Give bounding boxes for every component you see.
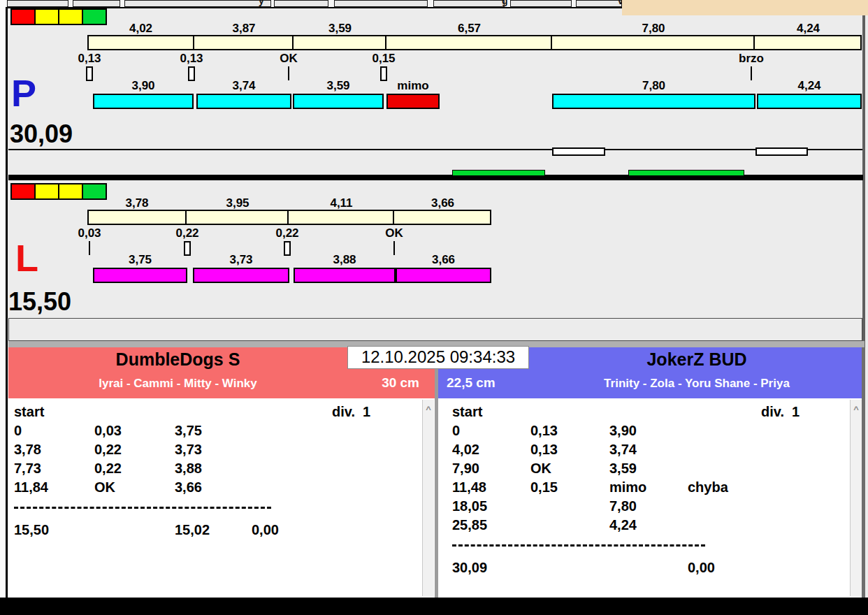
start-light-box xyxy=(58,183,83,200)
split-bar-label: 3,90 xyxy=(131,79,154,93)
split-ruler-label: 3,87 xyxy=(232,22,255,36)
background-toolbar-fragment[interactable] xyxy=(124,0,271,7)
lane-separator-bar xyxy=(8,175,863,180)
split-ruler-label: 4,24 xyxy=(797,22,820,36)
split-ruler-segment xyxy=(87,35,194,50)
background-toolbar-fragment[interactable] xyxy=(510,0,572,7)
split-ruler-segment xyxy=(87,210,187,225)
split-ruler-segment xyxy=(289,210,394,225)
marker-tick-line xyxy=(751,66,752,80)
team-panels-divider xyxy=(435,347,438,598)
split-bar-label: 3,88 xyxy=(333,253,356,267)
team-left-scrollbar[interactable]: ^ xyxy=(422,400,434,596)
table-cell: OK xyxy=(530,461,551,477)
team-right-name: JokerZ BUD xyxy=(529,349,865,370)
background-toolbar-fragment[interactable] xyxy=(73,0,120,7)
split-bar-label: 3,73 xyxy=(229,253,252,267)
lane-total: 15,50 xyxy=(8,289,71,314)
table-cell: 0,03 xyxy=(94,423,122,439)
team-left-body: startdiv. 100,033,753,780,223,737,730,22… xyxy=(8,398,435,598)
start-light-box xyxy=(58,8,83,25)
marker-label: OK xyxy=(280,52,298,66)
table-cell: chyba xyxy=(688,479,728,495)
split-ruler-label: 3,66 xyxy=(431,196,454,210)
table-cell: start xyxy=(452,404,482,420)
table-cell: div. 1 xyxy=(332,404,370,420)
split-bar xyxy=(386,94,440,109)
table-cell: 4,02 xyxy=(452,442,479,458)
start-lights xyxy=(12,8,107,25)
table-cell: 0,22 xyxy=(94,442,122,458)
split-ruler-label: 3,95 xyxy=(226,196,249,210)
split-bar-label: 7,80 xyxy=(642,79,665,93)
table-cell: 7,80 xyxy=(609,498,637,514)
start-light-box xyxy=(10,183,36,200)
team-left-dogs: lyrai - Cammi - Mitty - Winky xyxy=(8,377,347,391)
table-cell: 0,13 xyxy=(530,442,558,458)
table-cell: 25,85 xyxy=(452,517,487,533)
dashed-line xyxy=(14,507,271,509)
table-cell: 0,00 xyxy=(688,560,715,576)
marker-tick-line xyxy=(288,66,289,80)
split-ruler-segment xyxy=(294,35,386,50)
table-cell: 18,05 xyxy=(452,498,487,514)
background-toolbar-fragment[interactable] xyxy=(576,0,622,7)
background-toolbar-fragment[interactable] xyxy=(334,0,428,7)
team-right-scrollbar[interactable]: ^ xyxy=(850,400,862,596)
split-ruler-segment xyxy=(755,35,862,50)
split-ruler-label: 6,57 xyxy=(458,22,481,36)
start-light-box xyxy=(82,183,107,200)
split-bar-label: 4,24 xyxy=(797,79,820,93)
window-left-margin xyxy=(0,0,6,598)
bottom-black-bar xyxy=(0,598,868,615)
table-cell: 0,00 xyxy=(252,522,279,538)
table-cell: 3,78 xyxy=(14,442,41,458)
table-cell: 0,13 xyxy=(530,423,558,439)
marker-label: brzo xyxy=(739,52,764,66)
split-ruler-segment xyxy=(386,35,552,50)
scroll-up-icon[interactable]: ^ xyxy=(423,404,434,414)
marker-tick-line xyxy=(393,241,395,255)
split-ruler-segment xyxy=(394,210,491,225)
table-cell: mimo xyxy=(609,479,646,495)
split-ruler-label: 7,80 xyxy=(642,22,665,36)
background-toolbar-glyph: y xyxy=(259,0,264,6)
lane-letter: L xyxy=(15,239,38,277)
split-bar-label: 3,66 xyxy=(432,253,455,267)
table-cell: 15,50 xyxy=(14,522,49,538)
background-toolbar-fragment[interactable] xyxy=(274,0,328,7)
table-cell: 3,90 xyxy=(609,423,637,439)
marker-label: 0,22 xyxy=(275,226,298,240)
marker-tick-box xyxy=(380,66,387,81)
start-light-box xyxy=(34,8,59,25)
split-ruler-label: 4,02 xyxy=(129,22,152,36)
start-light-box xyxy=(34,183,59,200)
table-cell: 0 xyxy=(14,423,22,439)
marker-tick-line xyxy=(89,241,90,255)
team-right-dogs: Trinity - Zola - Yoru Shane - Priya xyxy=(529,377,865,391)
table-cell: 7,90 xyxy=(452,461,479,477)
split-bar xyxy=(293,94,384,109)
marker-tick-box xyxy=(188,66,195,81)
scroll-up-icon[interactable]: ^ xyxy=(851,404,862,414)
table-cell: 3,88 xyxy=(175,461,202,477)
split-bar-label: 3,75 xyxy=(129,253,152,267)
lane-letter: P xyxy=(11,74,36,112)
table-cell: 3,66 xyxy=(175,479,202,495)
split-bar-label: mimo xyxy=(397,79,428,93)
table-cell: 15,02 xyxy=(175,522,210,538)
lane-total: 30,09 xyxy=(10,122,73,147)
background-toolbar-fragment[interactable] xyxy=(433,0,505,7)
split-bar xyxy=(196,94,291,109)
table-cell: 0,15 xyxy=(530,479,558,495)
marker-tick-box xyxy=(184,241,191,256)
background-toolbar-fragment[interactable] xyxy=(7,0,68,7)
table-cell: 7,73 xyxy=(14,461,41,477)
marker-tick-box xyxy=(86,66,93,81)
team-right-body: startdiv. 100,133,904,020,133,747,90OK3,… xyxy=(438,398,862,598)
background-toolbar: ygv xyxy=(0,0,622,7)
split-bar xyxy=(193,268,289,283)
marker-label: 0,13 xyxy=(78,52,101,66)
split-bar xyxy=(552,94,755,109)
split-bar-label: 3,59 xyxy=(326,79,349,93)
